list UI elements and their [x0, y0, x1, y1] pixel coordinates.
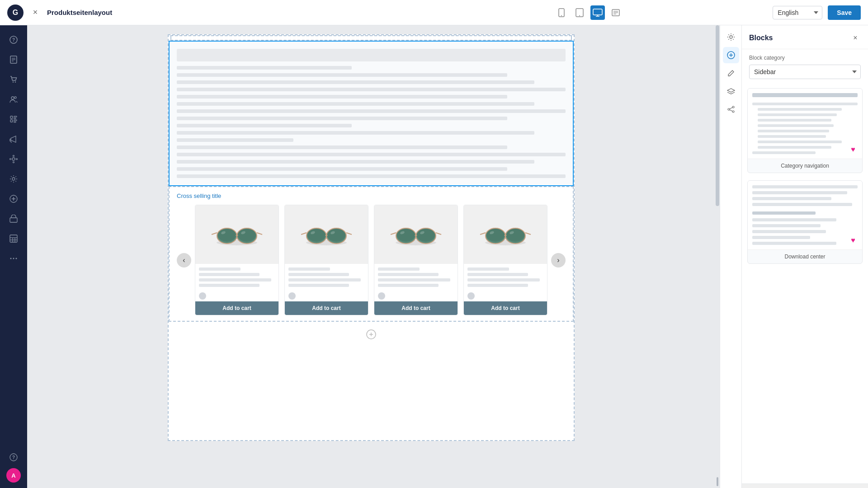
nav-item-users[interactable] [5, 90, 23, 108]
product-checkbox [467, 292, 475, 300]
svg-point-29 [16, 159, 18, 160]
block-preview-download: ♥ [748, 181, 862, 249]
svg-point-16 [15, 81, 16, 82]
svg-line-100 [730, 110, 732, 111]
content-lines [177, 66, 566, 178]
product-checkbox [378, 292, 385, 300]
svg-line-63 [301, 233, 307, 235]
panel-close-button[interactable]: × [850, 33, 861, 43]
product-card[interactable]: Add to cart [284, 205, 368, 315]
mobile-device-icon[interactable] [554, 5, 569, 20]
svg-rect-20 [14, 116, 17, 117]
blocks-panel: Blocks × Block category Sidebar Header F… [741, 25, 868, 488]
add-to-cart-button[interactable]: Add to cart [285, 301, 368, 315]
block-category-select[interactable]: Sidebar Header Footer Content Navigation… [749, 65, 861, 79]
svg-rect-34 [10, 218, 17, 222]
product-image [374, 205, 458, 264]
nav-item-shopping[interactable] [5, 70, 23, 89]
language-select[interactable]: English Deutsch Français [773, 6, 822, 19]
svg-point-26 [13, 155, 14, 157]
tool-share[interactable] [723, 101, 739, 117]
panel-bottom-scrollbar [742, 483, 868, 488]
product-image [195, 205, 278, 264]
nav-item-settings[interactable] [5, 170, 23, 188]
add-to-cart-button[interactable]: Add to cart [195, 301, 278, 315]
desktop-device-icon[interactable] [590, 5, 605, 20]
svg-rect-4 [593, 9, 602, 15]
svg-point-17 [11, 97, 14, 99]
nav-item-help[interactable]: ? [5, 31, 23, 49]
page-wrapper: Cross selling title ‹ [168, 34, 575, 441]
product-card[interactable]: Add to cart [374, 205, 458, 315]
nav-item-add[interactable] [5, 190, 23, 208]
block-preview-navigation: ♥ [748, 89, 862, 159]
svg-point-1 [561, 15, 562, 16]
tool-layers[interactable] [723, 83, 739, 99]
svg-rect-19 [10, 116, 13, 118]
left-nav: ? [0, 25, 27, 488]
canvas-area[interactable]: Cross selling title ‹ [27, 25, 715, 488]
svg-point-28 [10, 159, 11, 160]
carousel-next-button[interactable]: › [551, 253, 566, 267]
nav-item-pages[interactable] [5, 51, 23, 69]
svg-point-98 [732, 111, 734, 113]
block-card-download[interactable]: ♥ Download center [747, 180, 863, 264]
block-card-navigation[interactable]: ♥ Category navigation [747, 88, 863, 173]
add-to-cart-button[interactable]: Add to cart [374, 301, 458, 315]
svg-point-18 [14, 97, 16, 99]
canvas-scrollbar[interactable] [715, 25, 720, 488]
tool-edit[interactable] [723, 65, 739, 81]
close-button[interactable]: × [29, 6, 42, 19]
svg-rect-22 [10, 120, 13, 122]
cross-selling-title: Cross selling title [177, 192, 566, 199]
tool-add-block[interactable] [723, 47, 739, 63]
svg-rect-24 [14, 122, 16, 122]
svg-point-41 [13, 258, 14, 259]
svg-rect-21 [14, 118, 16, 119]
svg-point-40 [10, 258, 12, 259]
list-view-icon[interactable] [609, 5, 623, 20]
nav-item-shop2[interactable] [5, 210, 23, 228]
svg-line-52 [212, 233, 217, 235]
topbar: G × Produktseitenlayout [0, 0, 868, 25]
product-detail-block[interactable] [169, 41, 574, 186]
add-to-cart-button[interactable]: Add to cart [464, 301, 547, 315]
topbar-right: English Deutsch Français Save [773, 5, 861, 20]
svg-line-53 [257, 233, 262, 235]
cross-selling-section: Cross selling title ‹ [169, 186, 574, 322]
heart-button-navigation[interactable]: ♥ [848, 144, 859, 155]
heart-button-download[interactable]: ♥ [848, 235, 859, 246]
nav-item-integrations[interactable] [5, 150, 23, 168]
app-logo: G [7, 5, 24, 21]
product-card[interactable]: Add to cart [463, 205, 547, 315]
main-layout: ? [0, 25, 868, 488]
product-checkbox [199, 292, 206, 300]
svg-line-99 [730, 108, 732, 109]
navigation-preview-lines [752, 93, 858, 154]
svg-point-27 [13, 162, 14, 163]
save-button[interactable]: Save [828, 5, 861, 20]
product-info [374, 264, 458, 291]
download-preview-lines [752, 185, 858, 245]
svg-point-97 [728, 108, 730, 110]
product-card[interactable]: Add to cart [195, 205, 279, 315]
nav-item-help-circle[interactable]: ? [5, 448, 23, 466]
svg-point-92 [730, 36, 732, 38]
product-checkbox [288, 292, 296, 300]
blocks-panel-title: Blocks [749, 34, 773, 42]
svg-point-30 [12, 178, 15, 180]
nav-item-lists[interactable] [5, 110, 23, 128]
svg-text:?: ? [12, 38, 15, 42]
products-carousel: ‹ [177, 205, 566, 315]
tablet-device-icon[interactable] [572, 5, 587, 20]
svg-text:?: ? [12, 455, 15, 460]
nav-item-more[interactable] [5, 249, 23, 267]
product-info [285, 264, 368, 291]
nav-item-marketing[interactable] [5, 130, 23, 148]
user-avatar[interactable]: A [6, 468, 21, 483]
svg-point-42 [16, 258, 17, 259]
carousel-prev-button[interactable]: ‹ [177, 253, 191, 267]
tool-gear[interactable] [723, 29, 739, 45]
svg-point-15 [13, 81, 14, 82]
nav-item-table[interactable] [5, 230, 23, 248]
